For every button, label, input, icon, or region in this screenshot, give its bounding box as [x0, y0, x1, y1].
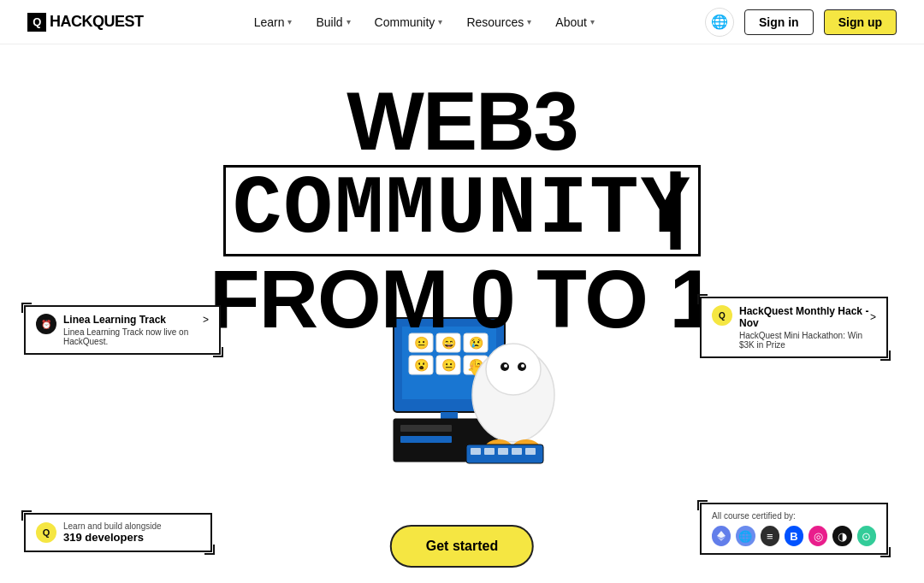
hero-title: WEB3 COMMUNITY FROM 0 TO 1 [210, 79, 714, 342]
card-linea: ⏰ Linea Learning Track > Linea Learning … [24, 305, 221, 355]
logo[interactable]: Q HACKQUEST [27, 13, 144, 32]
card-learn: Q Learn and build alongside 319 develope… [24, 513, 212, 552]
signup-button[interactable]: Sign up [824, 9, 897, 35]
chevron-down-icon: ▾ [438, 17, 442, 26]
cert-icon6: ⊙ [857, 526, 876, 546]
card-linea-arrow: > [203, 314, 209, 326]
card-hackquest-title: HackQuest Monthly Hack - Nov [739, 305, 870, 329]
nav-actions: 🌐 Sign in Sign up [705, 8, 897, 37]
nav-links: Learn ▾ Build ▾ Community ▾ Resources ▾ [254, 15, 595, 29]
chevron-down-icon: ▾ [590, 17, 595, 26]
svg-rect-31 [498, 448, 508, 455]
cert-linea-icon: 🌐 [736, 526, 755, 546]
card-certified: All course certified by: 🌐 ≡ B ◎ ◑ ⊙ [700, 503, 888, 555]
svg-point-24 [504, 364, 507, 368]
logo-text: HACKQUEST [50, 13, 144, 31]
logo-icon: Q [27, 13, 46, 32]
svg-rect-32 [512, 448, 522, 455]
cert-icon5: ◑ [832, 526, 851, 546]
svg-rect-30 [484, 448, 495, 455]
nav-item-about[interactable]: About ▾ [555, 15, 595, 29]
svg-rect-17 [400, 425, 452, 432]
svg-rect-18 [400, 436, 452, 443]
get-started-button[interactable]: Get started [390, 525, 534, 568]
globe-icon: 🌐 [711, 14, 728, 30]
chevron-down-icon: ▾ [346, 17, 351, 26]
svg-marker-34 [717, 531, 726, 539]
hero-line2: COMMUNITY [223, 165, 701, 256]
card-hackquest: Q HackQuest Monthly Hack - Nov > HackQue… [700, 297, 888, 358]
card-hackquest-icon: Q [712, 305, 732, 326]
svg-point-21 [486, 344, 541, 395]
svg-rect-29 [471, 448, 481, 455]
card-linea-subtitle: Linea Learning Track now live on HackQue… [63, 327, 209, 346]
card-linea-title: Linea Learning Track [63, 314, 166, 326]
nav-item-resources[interactable]: Resources ▾ [466, 15, 531, 29]
hero-line1: WEB3 [210, 79, 714, 165]
signin-button[interactable]: Sign in [744, 9, 814, 35]
chevron-down-icon: ▾ [287, 17, 292, 26]
cert-icons: 🌐 ≡ B ◎ ◑ ⊙ [712, 526, 876, 546]
nav-item-learn[interactable]: Learn ▾ [254, 15, 293, 29]
nav-item-community[interactable]: Community ▾ [375, 15, 443, 29]
cert-poly-icon: ◎ [808, 526, 827, 546]
cert-eth-icon [712, 526, 731, 546]
cert-base-icon: B [785, 526, 803, 546]
svg-text:😐: 😐 [441, 358, 457, 373]
cert-op-icon: ≡ [761, 526, 779, 546]
card-learn-label: Learn and build alongside [63, 521, 162, 531]
card-learn-developers: 319 developers [63, 531, 162, 544]
card-hackquest-subtitle: HackQuest Mini Hackathon: Win $3K in Pri… [739, 331, 876, 350]
svg-rect-33 [525, 448, 536, 455]
nav-item-build[interactable]: Build ▾ [316, 15, 350, 29]
navbar: Q HACKQUEST Learn ▾ Build ▾ Community ▾ … [0, 0, 924, 44]
card-certified-label: All course certified by: [712, 511, 876, 521]
hero-section: WEB3 COMMUNITY FROM 0 TO 1 😐 😄 😢 😮 😐 😊 [0, 44, 924, 583]
card-linea-icon: ⏰ [36, 314, 56, 334]
globe-button[interactable]: 🌐 [705, 8, 734, 37]
chevron-down-icon: ▾ [527, 17, 531, 26]
card-learn-icon: Q [36, 522, 56, 543]
hero-line3: FROM 0 TO 1 [210, 256, 714, 343]
svg-point-25 [521, 364, 524, 368]
card-hackquest-arrow: > [870, 311, 876, 323]
svg-text:😮: 😮 [414, 358, 429, 373]
